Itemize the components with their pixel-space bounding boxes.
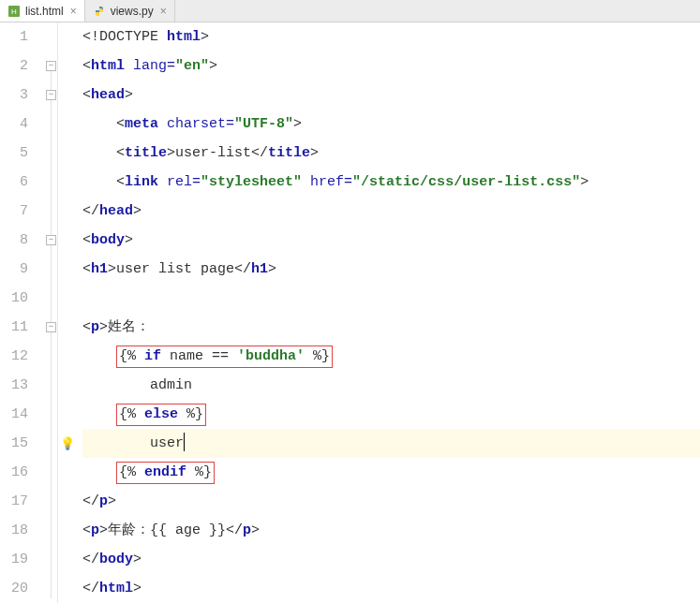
code-line[interactable]: <body> bbox=[82, 226, 700, 255]
close-icon[interactable]: × bbox=[70, 5, 77, 18]
lightbulb-icon[interactable]: 💡 bbox=[60, 436, 73, 449]
code-line[interactable]: <h1>user list page</h1> bbox=[82, 255, 700, 284]
line-number-gutter: 1 2 3 4 5 6 7 8 9 10 11 12 13 14 15 16 1… bbox=[0, 22, 45, 603]
code-line-active[interactable]: user bbox=[82, 429, 700, 458]
code-line[interactable]: </p> bbox=[82, 487, 700, 516]
code-line[interactable]: {% endif %} bbox=[82, 458, 700, 487]
html-file-icon: H bbox=[7, 5, 21, 18]
code-line[interactable]: <p>年龄：{{ age }}</p> bbox=[82, 516, 700, 545]
line-number: 20 bbox=[0, 574, 45, 603]
tab-views-py[interactable]: views.py × bbox=[85, 0, 175, 22]
tab-label: views.py bbox=[111, 5, 154, 18]
django-template-tag: {% if name == 'buddha' %} bbox=[116, 346, 333, 368]
line-number: 11 bbox=[0, 313, 45, 342]
line-number: 12 bbox=[0, 342, 45, 371]
code-line[interactable]: <meta charset="UTF-8"> bbox=[82, 110, 700, 139]
line-number: 8 bbox=[0, 226, 45, 255]
code-line[interactable]: <link rel="stylesheet" href="/static/css… bbox=[82, 168, 700, 197]
line-number: 14 bbox=[0, 400, 45, 429]
line-number: 16 bbox=[0, 458, 45, 487]
fold-toggle-icon[interactable]: − bbox=[46, 322, 56, 332]
text-cursor bbox=[184, 433, 185, 451]
hint-gutter: 💡 bbox=[58, 22, 77, 603]
line-number: 7 bbox=[0, 197, 45, 226]
line-number: 18 bbox=[0, 516, 45, 545]
line-number: 2 bbox=[0, 51, 45, 81]
code-line[interactable]: {% else %} bbox=[82, 400, 700, 429]
line-number: 6 bbox=[0, 168, 45, 197]
code-line[interactable]: </html> bbox=[82, 574, 700, 603]
code-line[interactable]: <title>user-list</title> bbox=[82, 139, 700, 168]
line-number: 13 bbox=[0, 371, 45, 400]
code-line[interactable]: </body> bbox=[82, 545, 700, 574]
close-icon[interactable]: × bbox=[160, 5, 167, 18]
line-number: 19 bbox=[0, 545, 45, 574]
django-template-tag: {% else %} bbox=[116, 404, 206, 426]
line-number: 3 bbox=[0, 81, 45, 110]
django-template-tag: {% endif %} bbox=[116, 462, 215, 484]
code-editor[interactable]: 1 2 3 4 5 6 7 8 9 10 11 12 13 14 15 16 1… bbox=[0, 22, 700, 603]
code-line[interactable]: <html lang="en"> bbox=[82, 51, 700, 81]
code-line[interactable]: <p>姓名： bbox=[82, 313, 700, 342]
tab-list-html[interactable]: H list.html × bbox=[0, 0, 85, 22]
line-number: 5 bbox=[0, 139, 45, 168]
python-file-icon bbox=[93, 5, 106, 18]
code-line[interactable]: <!DOCTYPE html> bbox=[82, 22, 700, 51]
fold-toggle-icon[interactable]: − bbox=[46, 90, 56, 100]
tab-label: list.html bbox=[25, 5, 64, 18]
svg-text:H: H bbox=[11, 7, 17, 16]
line-number: 15 bbox=[0, 429, 45, 458]
line-number: 10 bbox=[0, 284, 45, 313]
code-line[interactable] bbox=[82, 284, 700, 313]
code-line[interactable]: {% if name == 'buddha' %} bbox=[82, 342, 700, 371]
line-number: 9 bbox=[0, 255, 45, 284]
fold-toggle-icon[interactable]: − bbox=[46, 235, 56, 245]
line-number: 1 bbox=[0, 22, 45, 51]
fold-toggle-icon[interactable]: − bbox=[46, 61, 56, 71]
code-line[interactable]: </head> bbox=[82, 197, 700, 226]
line-number: 4 bbox=[0, 110, 45, 139]
code-line[interactable]: <head> bbox=[82, 81, 700, 110]
editor-tabs: H list.html × views.py × bbox=[0, 0, 700, 22]
line-number: 17 bbox=[0, 487, 45, 516]
code-area[interactable]: <!DOCTYPE html> <html lang="en"> <head> … bbox=[77, 22, 700, 603]
fold-gutter: − − − − bbox=[45, 22, 58, 603]
code-line[interactable]: admin bbox=[82, 371, 700, 400]
